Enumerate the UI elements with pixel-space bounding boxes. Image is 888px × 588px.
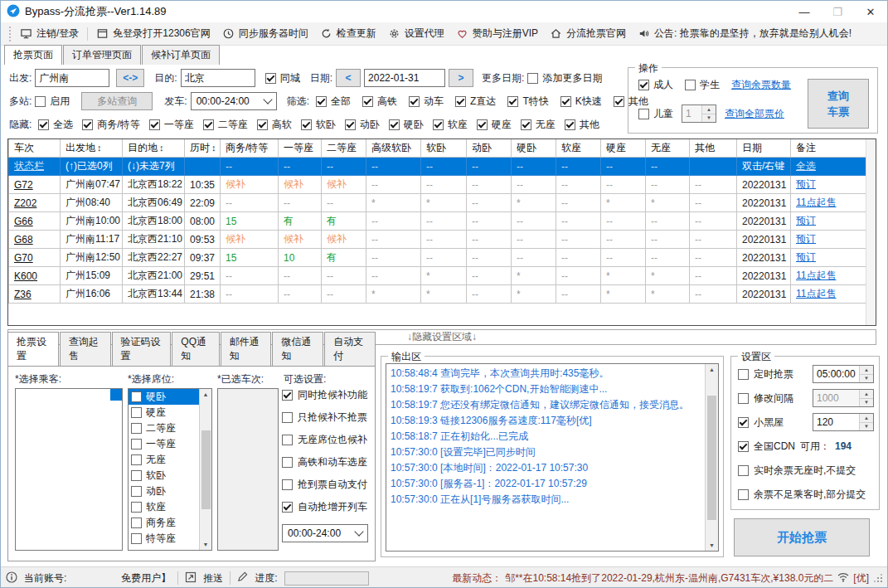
tab-4[interactable]: 邮件通知 [221,332,272,366]
seat-item-1[interactable]: 硬座 [129,405,199,420]
column-header-11[interactable]: 软座 [556,139,601,158]
seat-list[interactable]: 硬卧硬座二等座一等座无座软卧动卧软座商务座特等座 ▲ ▼ [128,388,212,551]
hide-checkbox-0[interactable]: 全选 [38,118,73,132]
train-row-5[interactable]: G70广州南12:50北京西22:2709:371510有-----------… [9,249,868,267]
depart-input[interactable] [35,69,109,87]
hide-checkbox-11[interactable]: 其他 [565,118,599,132]
setting-spinner-2[interactable]: 120▲▼ [813,413,874,431]
option-checkbox-1[interactable]: 只抢候补不抢票 [282,411,371,425]
output-log[interactable]: 10:58:48:4 查询完毕，本次查询共用时:435毫秒。10:58:19:7… [386,363,719,552]
seat-item-6[interactable]: 动卧 [129,484,199,499]
tab-3[interactable]: QQ通知 [172,332,219,366]
seat-item-0[interactable]: 硬卧 [129,389,199,405]
cell[interactable]: G72 [9,176,61,194]
cell[interactable]: 全选 [791,158,868,176]
column-header-10[interactable]: 硬卧 [512,139,556,158]
option-checkbox-3[interactable]: 高铁和动车选座 [282,455,371,469]
cell[interactable]: 11点起售 [791,194,868,212]
close-button[interactable]: ✕ [854,1,887,22]
seat-item-8[interactable]: 商务座 [129,515,199,531]
scroll-thumb[interactable] [201,430,211,509]
toolbar-item-7[interactable]: 公告: 抢票靠的是坚持，放弃就是给别人机会! [638,27,852,41]
output-scrollbar[interactable]: ▲ ▼ [705,364,718,551]
seat-item-3[interactable]: 一等座 [129,436,199,452]
scroll-down-icon[interactable]: ▼ [709,540,715,551]
column-header-2[interactable]: 目的地↕ [123,139,185,158]
column-header-14[interactable]: 其他 [690,139,737,158]
column-header-3[interactable]: 历时↕ [185,139,221,158]
option-checkbox-2[interactable]: 无座席位也候补 [282,433,371,447]
filter-checkbox-3[interactable]: Z直达 [455,95,496,109]
cell[interactable]: 预订 [791,249,868,267]
multi-enable-checkbox[interactable]: 启用 [35,95,70,109]
train-row-3[interactable]: G66广州南10:00北京西18:0008:0015有有------------… [9,212,868,231]
seat-item-7[interactable]: 软座 [129,499,199,515]
seat-item-4[interactable]: 无座 [129,452,199,468]
train-row-7[interactable]: Z36广州16:06北京西13:4421:38------**--*--**--… [9,285,868,304]
setting-checkbox-1[interactable]: 修改间隔 [738,391,793,406]
tab-1[interactable]: 查询起售 [60,332,111,366]
seat-item-5[interactable]: 软卧 [129,468,199,484]
setting-checkbox-3[interactable]: 全国CDN [738,440,795,454]
scroll-up-icon[interactable]: ▲ [709,364,715,375]
scroll-down-icon[interactable]: ▼ [203,539,209,550]
hide-checkbox-6[interactable]: 动卧 [345,118,380,132]
column-header-6[interactable]: 二等座 [322,139,366,158]
add-more-dates-checkbox[interactable]: 添加更多日期 [527,71,602,85]
scroll-thumb[interactable] [707,396,716,520]
train-row-4[interactable]: G68广州南11:17北京西21:1009:53候补候补候补----------… [9,231,868,249]
filter-checkbox-0[interactable]: 全部 [316,95,351,109]
dest-input[interactable] [181,69,255,87]
toolbar-item-1[interactable]: 免登录打开12306官网 [96,27,210,41]
tab-0[interactable]: 抢票页面 [4,45,62,66]
spin-up-icon[interactable]: ▲ [860,366,873,375]
cell[interactable]: G66 [9,212,61,231]
toolbar-item-2[interactable]: 同步服务器时间 [222,27,308,41]
setting-spinner-0[interactable]: 05:00:00▲▼ [813,365,874,383]
tab-0[interactable]: 抢票设置 [7,332,59,367]
hide-checkbox-1[interactable]: 商务/特等 [82,118,139,132]
spin-down-icon[interactable]: ▼ [702,114,716,123]
spin-up-icon[interactable]: ▲ [860,390,873,399]
column-header-15[interactable]: 日期 [737,139,791,158]
child-count-spinner[interactable]: 1 ▲▼ [682,104,716,123]
hide-checkbox-3[interactable]: 二等座 [203,118,248,132]
option-checkbox-4[interactable]: 抢到票自动支付 [282,478,371,492]
spin-down-icon[interactable]: ▼ [860,423,873,431]
column-header-13[interactable]: 无座 [646,139,690,158]
seat-item-2[interactable]: 二等座 [129,420,199,436]
column-header-0[interactable]: 车次 [9,139,61,158]
push-label[interactable]: 推送 [203,571,223,586]
same-city-checkbox[interactable]: 同城 [265,71,300,85]
maximize-button[interactable]: ❐ [821,1,854,22]
hide-checkbox-8[interactable]: 软座 [433,118,468,132]
spin-down-icon[interactable]: ▼ [860,375,873,383]
date-input[interactable] [364,69,445,87]
train-row-6[interactable]: K600广州15:09北京西21:0029:51--------*--*--**… [9,267,868,285]
column-header-5[interactable]: 一等座 [279,139,322,158]
adult-checkbox[interactable]: 成人 [638,78,673,92]
hide-checkbox-4[interactable]: 高软 [257,118,292,132]
seat-item-9[interactable]: 特等座 [129,531,199,547]
status-row[interactable]: 状态栏(↑)已选0列(↓)未选7列--------------------双击/… [9,158,868,176]
column-header-8[interactable]: 软卧 [421,139,467,158]
column-header-16[interactable]: 备注 [791,139,868,158]
cell[interactable]: Z202 [9,194,61,212]
tab-1[interactable]: 订单管理页面 [63,45,141,65]
tab-2[interactable]: 验证码设置 [112,332,172,366]
toolbar-item-3[interactable]: 检查更新 [320,27,376,41]
column-header-4[interactable]: 商务/特等 [221,139,279,158]
spin-down-icon[interactable]: ▼ [860,399,873,407]
train-row-2[interactable]: Z202广州08:40北京西06:4922:09------**--*--**-… [9,194,868,212]
tab-6[interactable]: 自动支付 [324,332,376,366]
toolbar-item-5[interactable]: 赞助与注册VIP [456,27,538,41]
table-scrollbar[interactable] [866,139,876,325]
scroll-up-icon[interactable]: ▲ [203,389,209,400]
toolbar-item-6[interactable]: 分流抢票官网 [550,27,626,41]
next-date-button[interactable]: > [449,69,473,87]
hide-checkbox-9[interactable]: 硬座 [477,118,512,132]
cell[interactable]: 11点起售 [791,285,868,304]
spin-up-icon[interactable]: ▲ [860,414,873,423]
column-header-9[interactable]: 动卧 [467,139,512,158]
tab-2[interactable]: 候补订单页面 [142,45,220,65]
